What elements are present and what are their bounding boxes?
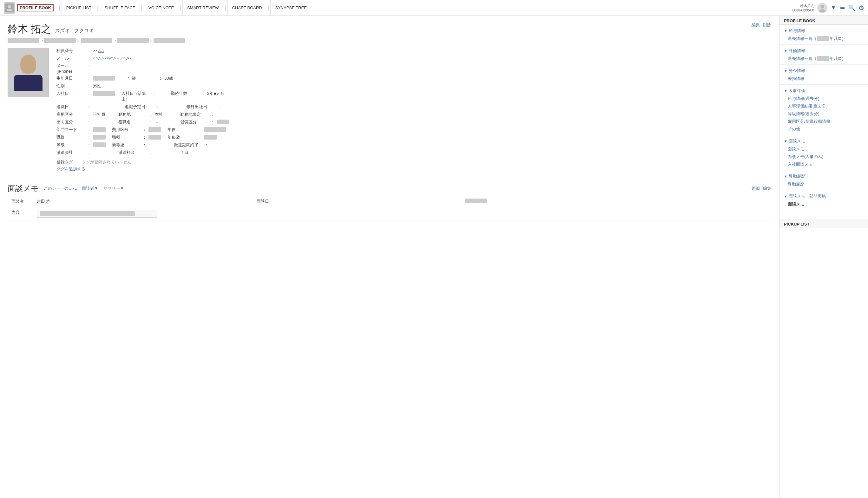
field-label-dept: 部門コード <box>56 127 85 133</box>
sidebar-group-header-hr-eval[interactable]: ▼ 人事評価 <box>779 87 868 95</box>
sidebar-item-concurrent[interactable]: 兼務情報 <box>779 75 868 82</box>
nav-item-chart-board[interactable]: CHART BOARD <box>227 0 266 16</box>
memo-url-link[interactable]: このシートのURL <box>44 186 77 191</box>
tag-add-link[interactable]: タグを追加する <box>56 166 771 172</box>
memo-content-input[interactable] <box>37 210 157 218</box>
nav-separator-3: | <box>141 4 143 11</box>
breadcrumb-item-1[interactable] <box>8 38 39 43</box>
field-label-labor: 就労区分 <box>180 119 209 125</box>
sidebar-group-memo: ▼ 面談メモ 面談メモ 面談メモ(人事のみ) 入社面談メモ <box>779 135 868 170</box>
list-icon[interactable]: ≔ <box>840 4 845 11</box>
collapse-icon-hr-eval: ▼ <box>784 89 787 93</box>
svg-point-1 <box>8 5 11 8</box>
sidebar-group-header-memo[interactable]: ▼ 面談メモ <box>779 137 868 145</box>
breadcrumb-item-2[interactable] <box>44 38 76 43</box>
field-retire: 退職日 ： 退職予定日 ： 最終出社日 ： <box>56 104 771 110</box>
sidebar-group-header-dept-memo[interactable]: ▼ 面談メモ（部門実施） <box>779 192 868 200</box>
sidebar-item-salary-history[interactable]: 過去情報一覧（ 年以降） <box>779 35 868 42</box>
memo-interviewer-dropdown[interactable]: 面談者▼ <box>82 186 98 191</box>
sidebar-title-profile-book: PROFILE BOOK <box>779 16 868 25</box>
sidebar-group-header-salary[interactable]: ▼ 給与情報 <box>779 27 868 35</box>
user-name: 鈴木拓之 <box>792 3 814 8</box>
field-value-gender: 男性 <box>93 83 101 89</box>
field-value-labor <box>217 120 229 124</box>
field-label-job-group: 職群 <box>56 134 85 140</box>
sidebar-item-eval-history[interactable]: 過去情報一覧（ 年以降） <box>779 55 868 63</box>
nav-item-pickup-list[interactable]: PICKUP LIST <box>62 0 96 16</box>
field-label-dispatch-fee: 派遣料金 <box>118 150 147 155</box>
breadcrumb-item-3[interactable] <box>81 38 112 43</box>
field-label-birth: 生年月日 <box>56 76 85 81</box>
dropdown-arrow-icon[interactable]: ▼ <box>831 4 836 11</box>
sidebar-item-dept-memo-active[interactable]: 面談メモ <box>779 200 868 208</box>
sidebar-item-eval-past[interactable]: 人事評価結果(過去分) <box>779 103 868 110</box>
memo-edit-button[interactable]: 編集 <box>763 186 771 191</box>
brand-label[interactable]: PROFILE BOOK <box>17 4 54 11</box>
sidebar-item-grade-past[interactable]: 等級情報(過去分) <box>779 110 868 118</box>
field-mail: メール ： ○○△△××@△△.○○.×× <box>56 55 771 61</box>
breadcrumb-item-4[interactable] <box>117 38 149 43</box>
years-label: 勤続年数 <box>171 91 199 96</box>
sidebar-group-header-order[interactable]: ▼ 発令情報 <box>779 67 868 75</box>
sidebar-item-transfer-history[interactable]: 異動履歴 <box>779 181 868 188</box>
memo-content-label: 内容 <box>8 207 33 221</box>
sidebar-item-other[interactable]: その他 <box>779 125 868 133</box>
memo-summary-dropdown[interactable]: サマリー▼ <box>103 186 124 191</box>
nav-item-synapse-tree[interactable]: SYNAPSE TREE <box>270 0 311 16</box>
field-value-position: － <box>155 119 180 125</box>
sidebar-group-salary: ▼ 給与情報 過去情報一覧（ 年以降） <box>779 25 868 45</box>
profile-name-kana-sei: スズキ <box>55 28 70 34</box>
sidebar-group-header-eval[interactable]: ▼ 評価情報 <box>779 47 868 55</box>
sidebar-item-memo-hr[interactable]: 面談メモ(人事のみ) <box>779 153 868 160</box>
breadcrumb-sep-4: > <box>150 38 152 43</box>
profile-name-kana-mei: タクユキ <box>74 28 94 34</box>
memo-date-label: 面談日 <box>253 196 461 207</box>
breadcrumb: > > > > <box>8 38 771 43</box>
field-value-dispatch-fee: 了日 <box>180 150 188 155</box>
sidebar-item-entry-memo[interactable]: 入社面談メモ <box>779 160 868 168</box>
field-grade: 等級 ： 新等級 ： 派遣期間終了 ： <box>56 142 771 148</box>
field-job-group: 職群 ： 職種 ： 年俸② ： <box>56 134 771 140</box>
nav-separator-5: | <box>225 4 226 11</box>
sidebar-item-salary-past[interactable]: 給与情報(過去分) <box>779 95 868 103</box>
sidebar-title-pickup-list: PICKUP LIST <box>779 219 868 228</box>
sidebar-group-header-transfer[interactable]: ▼ 異動履歴 <box>779 172 868 181</box>
field-label-retire: 退職日 <box>56 104 85 110</box>
breadcrumb-item-5[interactable] <box>154 38 185 43</box>
nav-item-smart-review[interactable]: SMART REVIEW <box>182 0 223 16</box>
field-value-employ: 正社員 <box>93 112 118 117</box>
sidebar-group-label-dept-memo: 面談メモ（部門実施） <box>789 194 830 199</box>
user-avatar[interactable] <box>817 3 827 13</box>
svg-point-3 <box>820 5 824 9</box>
memo-table: 面談者 吉田 均 面談日 内容 <box>8 196 771 221</box>
left-content: 鈴木 拓之 スズキ タクユキ 編集 削除 > > > > <box>0 16 779 498</box>
nav-item-shuffle-face[interactable]: SHUFFLE FACE <box>100 0 140 16</box>
sidebar-item-employ-type[interactable]: 雇用区分/所属役職情報 <box>779 118 868 125</box>
top-navigation: PROFILE BOOK | PICKUP LIST | SHUFFLE FAC… <box>0 0 868 16</box>
sidebar-group-eval: ▼ 評価情報 過去情報一覧（ 年以降） <box>779 45 868 65</box>
nav-separator-4: | <box>180 4 181 11</box>
breadcrumb-sep-1: > <box>41 38 43 43</box>
profile-name-block: 鈴木 拓之 スズキ タクユキ <box>8 22 94 36</box>
memo-add-button[interactable]: 追加 <box>752 186 760 191</box>
field-value-mail[interactable]: ○○△△××@△△.○○.×× <box>93 56 132 61</box>
field-label-expense: 費用区分 <box>112 127 141 133</box>
nav-item-voice-note[interactable]: VOICE NOTE <box>144 0 178 16</box>
sidebar-item-memo[interactable]: 面談メモ <box>779 145 868 153</box>
collapse-icon-dept-memo: ▼ <box>784 194 787 198</box>
field-employ: 雇用区分 ： 正社員 勤務地 ： 本社 勤務地限定 ： <box>56 112 771 117</box>
breadcrumb-sep-2: > <box>77 38 79 43</box>
field-label-grade: 等級 <box>56 142 85 148</box>
memo-header: 面談メモ このシートのURL 面談者▼ サマリー▼ 追加 編集 <box>8 183 771 194</box>
field-value-birth <box>93 76 115 81</box>
eval-year-blur <box>817 56 829 61</box>
edit-button[interactable]: 編集 <box>752 22 760 28</box>
settings-icon[interactable]: ⚙ <box>858 4 864 12</box>
field-label-employee-no: 社員番号 <box>56 48 85 54</box>
field-value-employee-no: ××△△ <box>93 48 104 53</box>
field-value-salary <box>204 127 226 132</box>
field-label-dispatch-co: 派遣会社 <box>56 150 85 155</box>
search-icon[interactable]: 🔍 <box>848 4 855 11</box>
profile-name-kanji: 鈴木 拓之 <box>8 22 51 36</box>
delete-button[interactable]: 削除 <box>763 22 771 28</box>
